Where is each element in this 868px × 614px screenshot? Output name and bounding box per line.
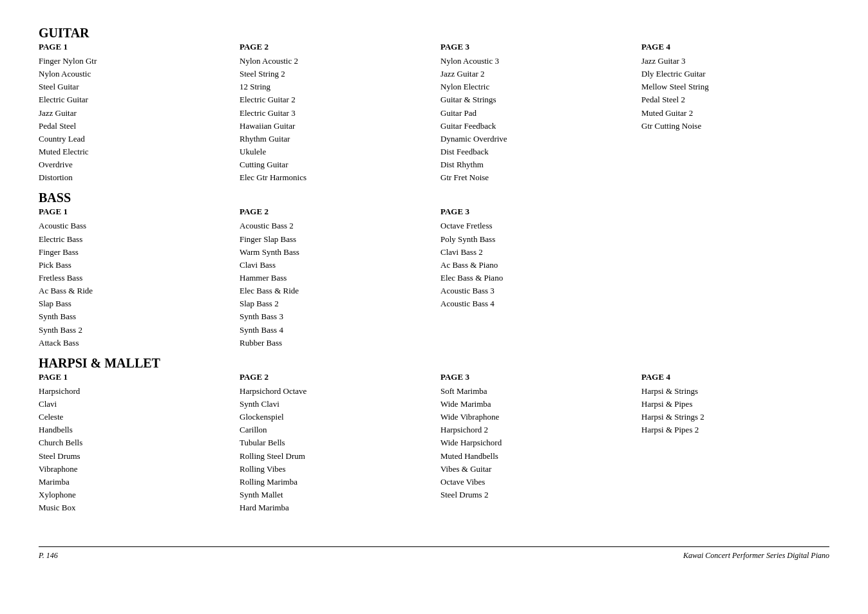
list-item: Elec Gtr Harmonics [240,171,428,184]
column-header-guitar-2: PAGE 3 [440,42,628,52]
column-harpsi-mallet-3: PAGE 4Harpsi & StringsHarpsi & PipesHarp… [641,372,829,514]
section-bass: BASSPAGE 1Acoustic BassElectric BassFing… [39,191,829,349]
section-grid-guitar: PAGE 1Finger Nylon GtrNylon AcousticStee… [39,42,829,184]
section-title-bass: BASS [39,191,829,205]
list-item: Steel String 2 [240,68,428,80]
column-header-harpsi-mallet-0: PAGE 1 [39,372,227,382]
list-item: Nylon Acoustic 3 [440,55,628,68]
column-bass-3: PAGE X [641,207,829,349]
list-item: Rolling Steel Drum [240,450,428,463]
column-guitar-2: PAGE 3Nylon Acoustic 3Jazz Guitar 2Nylon… [440,42,628,184]
item-list-harpsi-mallet-0: HarpsichordClaviCelesteHandbellsChurch B… [39,385,227,514]
item-list-bass-2: Octave FretlessPoly Synth BassClavi Bass… [440,219,628,310]
section-grid-harpsi-mallet: PAGE 1HarpsichordClaviCelesteHandbellsCh… [39,372,829,514]
list-item: Pick Bass [39,259,227,272]
list-item: Rolling Vibes [240,463,428,476]
list-item: Gtr Cutting Noise [641,120,829,133]
list-item: Muted Guitar 2 [641,107,829,120]
column-header-bass-1: PAGE 2 [240,207,428,217]
list-item: Celeste [39,411,227,423]
list-item: Electric Guitar 3 [240,107,428,120]
list-item: Dist Rhythm [440,158,628,171]
list-item: Synth Bass 4 [240,324,428,337]
list-item: Steel Guitar [39,80,227,93]
list-item: Vibes & Guitar [440,463,628,476]
column-harpsi-mallet-0: PAGE 1HarpsichordClaviCelesteHandbellsCh… [39,372,227,514]
list-item: Synth Mallet [240,488,428,501]
list-item: Pedal Steel 2 [641,93,829,106]
list-item: Slap Bass [39,297,227,310]
list-item: Synth Bass [39,310,227,323]
list-item: Music Box [39,501,227,514]
section-grid-bass: PAGE 1Acoustic BassElectric BassFinger B… [39,207,829,349]
list-item: Steel Drums 2 [440,488,628,501]
column-header-bass-2: PAGE 3 [440,207,628,217]
list-item: Guitar Feedback [440,120,628,133]
list-item: Clavi Bass [240,259,428,272]
list-item: 12 String [240,80,428,93]
list-item: Overdrive [39,158,227,171]
list-item: Slap Bass 2 [240,297,428,310]
list-item: Guitar Pad [440,107,628,120]
list-item: Guitar & Strings [440,93,628,106]
list-item: Church Bells [39,436,227,449]
list-item: Electric Guitar [39,93,227,106]
column-header-bass-0: PAGE 1 [39,207,227,217]
section-guitar: GUITARPAGE 1Finger Nylon GtrNylon Acoust… [39,26,829,184]
list-item: Warm Synth Bass [240,246,428,259]
list-item: Jazz Guitar 3 [641,55,829,68]
list-item: Clavi Bass 2 [440,246,628,259]
list-item: Steel Drums [39,450,227,463]
list-item: Handbells [39,423,227,436]
list-item: Harpsi & Pipes 2 [641,423,829,436]
list-item: Rolling Marimba [240,476,428,488]
list-item: Harpsi & Strings [641,385,829,398]
list-item: Harpsichord 2 [440,423,628,436]
section-harpsi-mallet: HARPSI & MALLETPAGE 1HarpsichordClaviCel… [39,356,829,514]
list-item: Vibraphone [39,463,227,476]
list-item: Xylophone [39,488,227,501]
list-item: Finger Nylon Gtr [39,55,227,68]
column-bass-2: PAGE 3Octave FretlessPoly Synth BassClav… [440,207,628,349]
item-list-guitar-1: Nylon Acoustic 2Steel String 212 StringE… [240,55,428,184]
list-item: Muted Handbells [440,450,628,463]
list-item: Nylon Acoustic [39,68,227,80]
column-bass-0: PAGE 1Acoustic BassElectric BassFinger B… [39,207,227,349]
list-item: Rubber Bass [240,337,428,349]
footer-page: P. 146 [39,551,58,561]
item-list-guitar-2: Nylon Acoustic 3Jazz Guitar 2Nylon Elect… [440,55,628,184]
column-guitar-3: PAGE 4Jazz Guitar 3Dly Electric GuitarMe… [641,42,829,184]
list-item: Harpsichord [39,385,227,398]
list-item: Synth Clavi [240,398,428,411]
list-item: Ac Bass & Piano [440,259,628,272]
list-item: Gtr Fret Noise [440,171,628,184]
list-item: Dly Electric Guitar [641,68,829,80]
list-item: Electric Bass [39,233,227,246]
list-item: Tubular Bells [240,436,428,449]
list-item: Jazz Guitar [39,107,227,120]
page-content: GUITARPAGE 1Finger Nylon GtrNylon Acoust… [39,26,829,561]
list-item: Finger Bass [39,246,227,259]
item-list-bass-0: Acoustic BassElectric BassFinger BassPic… [39,219,227,349]
list-item: Nylon Electric [440,80,628,93]
list-item: Octave Fretless [440,219,628,232]
item-list-harpsi-mallet-1: Harpsichord OctaveSynth ClaviGlockenspie… [240,385,428,514]
list-item: Acoustic Bass 4 [440,297,628,310]
item-list-guitar-0: Finger Nylon GtrNylon AcousticSteel Guit… [39,55,227,184]
list-item: Harpsi & Strings 2 [641,411,829,423]
section-title-guitar: GUITAR [39,26,829,41]
item-list-harpsi-mallet-2: Soft MarimbaWide MarimbaWide VibraphoneH… [440,385,628,501]
list-item: Dynamic Overdrive [440,133,628,145]
list-item: Hard Marimba [240,501,428,514]
list-item: Soft Marimba [440,385,628,398]
column-bass-1: PAGE 2Acoustic Bass 2Finger Slap BassWar… [240,207,428,349]
list-item: Carillon [240,423,428,436]
list-item: Harpsi & Pipes [641,398,829,411]
list-item: Elec Bass & Piano [440,272,628,284]
list-item: Harpsichord Octave [240,385,428,398]
list-item: Wide Harpsichord [440,436,628,449]
list-item: Jazz Guitar 2 [440,68,628,80]
list-item: Rhythm Guitar [240,133,428,145]
column-header-harpsi-mallet-1: PAGE 2 [240,372,428,382]
list-item: Acoustic Bass [39,219,227,232]
